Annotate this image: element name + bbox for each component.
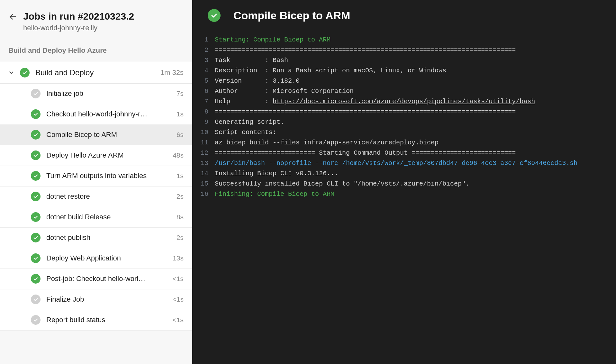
step-label: dotnet publish <box>46 233 173 242</box>
step-row[interactable]: Checkout hello-world-johnny-r…1s <box>0 104 192 125</box>
line-text: Script contents: <box>215 127 616 138</box>
line-text: Successfully installed Bicep CLI to "/ho… <box>215 179 616 189</box>
chevron-down-icon <box>7 68 15 77</box>
step-row[interactable]: Initialize job7s <box>0 84 192 104</box>
step-row[interactable]: Post-job: Checkout hello-worl…<1s <box>0 269 192 289</box>
log-line: 3Task : Bash <box>192 55 616 66</box>
log-pane: Compile Bicep to ARM 1Starting: Compile … <box>192 0 616 364</box>
check-circle-icon <box>31 109 41 119</box>
step-duration: 2s <box>177 193 184 200</box>
line-text: az bicep build --files infra/app-service… <box>215 138 616 148</box>
page-title: Jobs in run #20210323.2 <box>23 10 184 23</box>
log-body[interactable]: 1Starting: Compile Bicep to ARM2========… <box>192 28 616 199</box>
line-number: 10 <box>192 127 215 138</box>
line-number: 4 <box>192 66 215 76</box>
line-text: Starting: Compile Bicep to ARM <box>215 35 616 45</box>
log-line: 2=======================================… <box>192 45 616 55</box>
job-duration: 1m 32s <box>160 68 184 77</box>
line-text: Installing Bicep CLI v0.3.126... <box>215 168 616 179</box>
step-row[interactable]: Deploy Hello Azure ARM48s <box>0 145 192 166</box>
check-circle-icon <box>31 253 41 263</box>
log-line: 15Successfully installed Bicep CLI to "/… <box>192 179 616 189</box>
check-circle-icon <box>31 89 41 98</box>
step-label: Deploy Web Application <box>46 254 169 262</box>
back-button[interactable] <box>8 12 17 21</box>
log-line: 12========================== Starting Co… <box>192 148 616 158</box>
line-text: ========================================… <box>215 107 616 117</box>
step-row[interactable]: dotnet publish2s <box>0 228 192 248</box>
step-label: Finalize Job <box>46 295 169 304</box>
line-text: Version : 3.182.0 <box>215 76 616 86</box>
step-label: Report build status <box>46 316 169 324</box>
step-row[interactable]: Compile Bicep to ARM6s <box>0 125 192 145</box>
line-number: 6 <box>192 86 215 96</box>
step-row[interactable]: dotnet restore2s <box>0 187 192 207</box>
log-line: 1Starting: Compile Bicep to ARM <box>192 35 616 45</box>
step-label: dotnet build Release <box>46 213 173 221</box>
line-text: Finishing: Compile Bicep to ARM <box>215 189 616 199</box>
step-row[interactable]: Report build status<1s <box>0 310 192 331</box>
sidebar-header: Jobs in run #20210323.2 hello-world-john… <box>0 0 192 41</box>
step-duration: <1s <box>173 296 184 303</box>
line-text: Task : Bash <box>215 55 616 66</box>
job-row[interactable]: Build and Deploy 1m 32s <box>0 62 192 84</box>
line-number: 8 <box>192 107 215 117</box>
line-number: 9 <box>192 117 215 127</box>
check-circle-icon <box>31 192 41 201</box>
line-number: 3 <box>192 55 215 66</box>
step-row[interactable]: Finalize Job<1s <box>0 289 192 310</box>
check-circle-icon <box>31 150 41 160</box>
log-line: 10Script contents: <box>192 127 616 138</box>
log-line: 9Generating script. <box>192 117 616 127</box>
line-text: ========================================… <box>215 45 616 55</box>
line-number: 12 <box>192 148 215 158</box>
line-number: 2 <box>192 45 215 55</box>
log-line: 8=======================================… <box>192 107 616 117</box>
log-title: Compile Bicep to ARM <box>233 9 350 22</box>
log-line: 13/usr/bin/bash --noprofile --norc /home… <box>192 158 616 168</box>
step-row[interactable]: Deploy Web Application13s <box>0 248 192 269</box>
line-number: 1 <box>192 35 215 45</box>
log-line: 11az bicep build --files infra/app-servi… <box>192 138 616 148</box>
help-link[interactable]: https://docs.microsoft.com/azure/devops/… <box>273 98 535 105</box>
step-duration: 1s <box>177 110 184 118</box>
step-label: Compile Bicep to ARM <box>46 131 173 139</box>
log-header: Compile Bicep to ARM <box>192 0 616 28</box>
step-row[interactable]: dotnet build Release8s <box>0 207 192 228</box>
line-number: 11 <box>192 138 215 148</box>
check-circle-icon <box>31 212 41 222</box>
line-number: 16 <box>192 189 215 199</box>
step-label: Deploy Hello Azure ARM <box>46 151 169 159</box>
step-label: Checkout hello-world-johnny-r… <box>46 110 173 118</box>
check-circle-icon <box>31 315 41 325</box>
step-duration: 7s <box>177 90 184 97</box>
step-duration: <1s <box>173 275 184 283</box>
line-number: 5 <box>192 76 215 86</box>
step-duration: 48s <box>173 151 184 159</box>
steps-list: Initialize job7sCheckout hello-world-joh… <box>0 84 192 331</box>
log-line: 14Installing Bicep CLI v0.3.126... <box>192 168 616 179</box>
page-subtitle: hello-world-johnny-reilly <box>23 24 184 32</box>
check-circle-icon <box>20 68 30 77</box>
step-label: Turn ARM outputs into variables <box>46 172 173 180</box>
line-text: Help : https://docs.microsoft.com/azure/… <box>215 96 616 107</box>
step-duration: 13s <box>173 254 184 262</box>
line-number: 15 <box>192 179 215 189</box>
line-text: Generating script. <box>215 117 616 127</box>
step-label: Post-job: Checkout hello-worl… <box>46 275 169 283</box>
check-circle-icon <box>208 9 221 22</box>
check-circle-icon <box>31 274 41 284</box>
check-circle-icon <box>31 171 41 181</box>
log-line: 4Description : Run a Bash script on macO… <box>192 66 616 76</box>
header-titles: Jobs in run #20210323.2 hello-world-john… <box>23 10 184 32</box>
sidebar: Jobs in run #20210323.2 hello-world-john… <box>0 0 192 364</box>
check-circle-icon <box>31 233 41 242</box>
step-duration: 8s <box>177 213 184 221</box>
log-line: 7Help : https://docs.microsoft.com/azure… <box>192 96 616 107</box>
check-circle-icon <box>31 130 41 140</box>
step-row[interactable]: Turn ARM outputs into variables1s <box>0 166 192 187</box>
step-duration: <1s <box>173 316 184 324</box>
log-line: 6Author : Microsoft Corporation <box>192 86 616 96</box>
arrow-left-icon <box>9 13 17 21</box>
line-text: Description : Run a Bash script on macOS… <box>215 66 616 76</box>
